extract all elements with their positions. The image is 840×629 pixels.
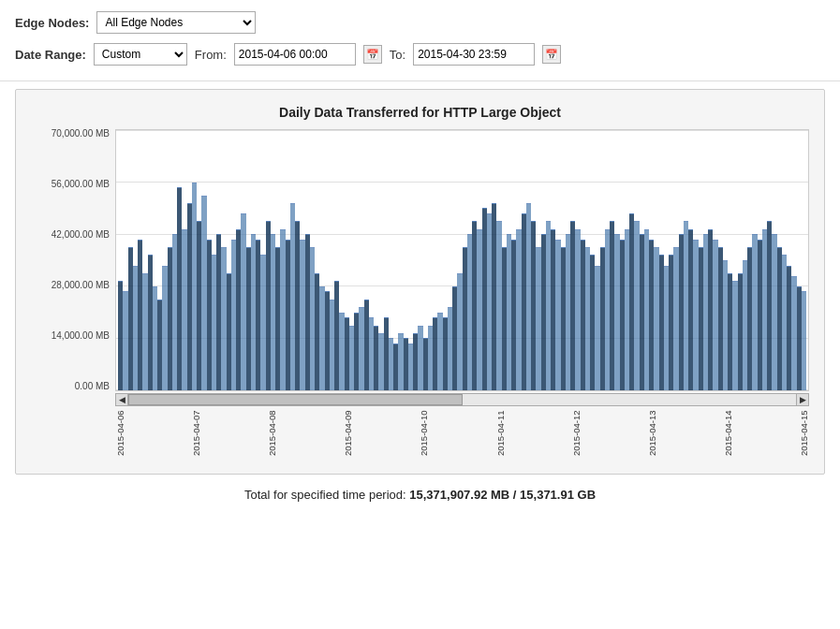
edge-nodes-row: Edge Nodes: All Edge Nodes [15,11,825,34]
edge-nodes-select[interactable]: All Edge Nodes [96,11,256,34]
date-range-row: Date Range: Custom Last 7 Days Last 30 D… [15,43,825,66]
y-axis-label: 56,000.00 MB [31,180,110,189]
scroll-right-arrow[interactable]: ▶ [796,393,809,406]
x-axis-label: 2015-04-07 [191,410,201,462]
y-axis-label: 14,000.00 MB [31,331,110,341]
chart-right: ◀ ▶ 2015-04-062015-04-072015-04-082015-0… [115,129,809,462]
chart-container: Daily Data Transferred for HTTP Large Ob… [15,89,825,475]
x-axis-label: 2015-04-11 [495,410,506,462]
total-value: 15,371,907.92 MB / 15,371.91 GB [409,488,596,502]
to-calendar-icon[interactable]: 📅 [542,45,561,64]
controls-divider [0,80,840,81]
x-axis-label: 2015-04-15 [799,410,809,462]
y-axis-label: 70,000.00 MB [31,129,110,139]
x-axis-label: 2015-04-08 [267,410,277,462]
bars-inner [116,130,808,390]
total-row: Total for specified time period: 15,371,… [0,475,840,511]
scrollbar-track[interactable] [128,393,796,406]
x-axis-label: 2015-04-09 [343,410,353,462]
scrollbar-row: ◀ ▶ [115,393,809,406]
x-axis-label: 2015-04-12 [571,410,582,462]
y-axis-label: 28,000.00 MB [31,281,110,290]
from-label: From: [195,48,227,62]
y-axis: 0.00 MB14,000.00 MB28,000.00 MB42,000.00… [31,129,115,391]
to-label: To: [390,48,405,62]
bar [802,291,806,390]
y-axis-label: 42,000.00 MB [31,230,110,240]
total-label: Total for specified time period: [244,488,406,502]
x-axis-label: 2015-04-06 [115,410,125,462]
scroll-left-arrow[interactable]: ◀ [115,393,128,406]
from-calendar-icon[interactable]: 📅 [363,45,382,64]
date-range-label: Date Range: [15,48,86,62]
controls-panel: Edge Nodes: All Edge Nodes Date Range: C… [0,0,840,73]
x-labels-row: 2015-04-062015-04-072015-04-082015-04-09… [115,406,809,462]
chart-title: Daily Data Transferred for HTTP Large Ob… [31,105,809,120]
x-axis-label: 2015-04-14 [723,410,733,462]
chart-area: 0.00 MB14,000.00 MB28,000.00 MB42,000.00… [31,129,809,462]
to-date-input[interactable] [413,43,535,66]
bars-wrapper [115,129,809,391]
scrollbar-thumb[interactable] [128,394,463,405]
date-range-select[interactable]: Custom Last 7 Days Last 30 Days [94,43,187,66]
x-axis-label: 2015-04-10 [419,410,429,462]
x-axis-label: 2015-04-13 [647,410,657,462]
from-date-input[interactable] [234,43,356,66]
y-axis-label: 0.00 MB [31,382,110,391]
edge-nodes-label: Edge Nodes: [15,16,89,30]
